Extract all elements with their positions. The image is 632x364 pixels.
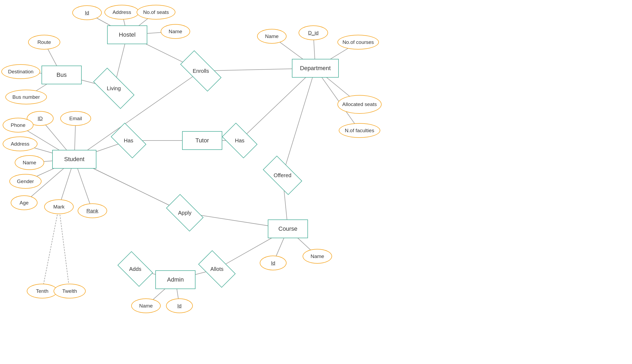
entity-bus: Bus	[42, 66, 82, 84]
svg-line-14	[283, 68, 315, 175]
attr-dept-did: D_id	[299, 25, 328, 40]
connection-lines	[0, 0, 632, 364]
svg-line-8	[240, 68, 315, 141]
relation-living: Living	[95, 79, 133, 98]
attr-student-twelth: Twelth	[54, 284, 86, 298]
attr-hostel-address: Address	[104, 5, 139, 20]
attr-hostel-noseats: No.of seats	[137, 5, 175, 20]
er-diagram-canvas: HostelBusStudentTutorAdminDepartmentCour…	[0, 0, 632, 364]
entity-student: Student	[52, 150, 96, 169]
relation-apply: Apply	[169, 203, 201, 222]
attr-student-phone: Phone	[3, 118, 33, 132]
svg-line-41	[42, 207, 59, 291]
attr-bus-number: Bus number	[5, 90, 47, 104]
attr-dept-nocourses: No.of courses	[337, 35, 379, 50]
attr-student-age: Age	[11, 195, 37, 210]
attr-bus-destination: Destination	[1, 64, 40, 79]
attr-dept-name: Name	[257, 29, 287, 44]
attr-student-mark: Mark	[44, 199, 74, 214]
relation-has2: Has	[225, 131, 254, 150]
attr-course-name: Name	[303, 249, 332, 264]
entity-admin: Admin	[155, 270, 195, 289]
attr-bus-route: Route	[28, 35, 60, 50]
attr-student-gender: Gender	[9, 174, 42, 189]
relation-offered: Offered	[265, 166, 300, 185]
relation-adds: Adds	[121, 260, 150, 278]
relation-has1: Has	[114, 131, 143, 150]
entity-course: Course	[268, 219, 308, 238]
attr-dept-faculties: N.of faculties	[339, 123, 380, 138]
attr-course-id: Id	[260, 256, 287, 270]
attr-hostel-id: Id	[72, 5, 102, 20]
entity-department: Department	[292, 59, 339, 78]
attr-student-address: Address	[3, 136, 37, 151]
entity-hostel: Hostel	[107, 25, 147, 44]
attr-student-tenth: Tenth	[27, 284, 58, 298]
attr-hostel-name: Name	[161, 24, 190, 39]
attr-student-rank: Rank	[78, 203, 107, 218]
attr-admin-name: Name	[131, 298, 161, 313]
relation-enrolls: Enrolls	[182, 62, 220, 80]
attr-dept-allocated: Allocated seats	[337, 95, 382, 114]
relation-allots: Allots	[201, 260, 233, 278]
svg-line-42	[59, 207, 70, 291]
attr-admin-id: Id	[166, 298, 193, 313]
entity-tutor: Tutor	[182, 131, 222, 150]
attr-student-email: Email	[60, 111, 91, 126]
attr-student-name: Name	[15, 155, 44, 170]
